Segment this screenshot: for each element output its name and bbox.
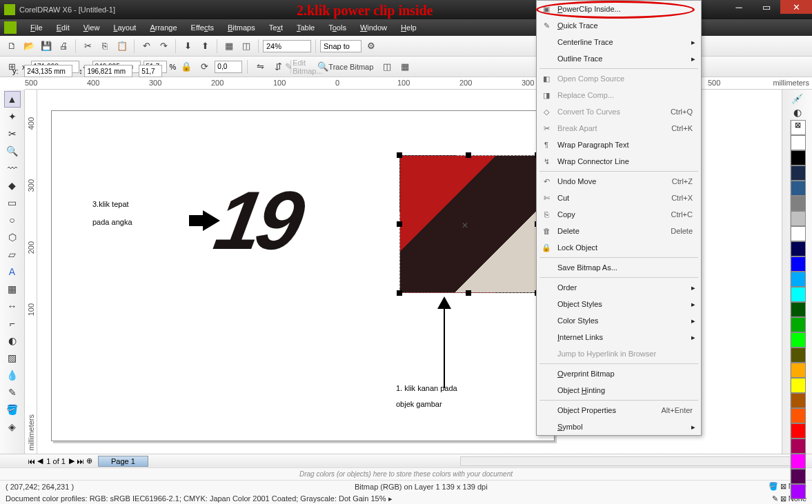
import-icon[interactable]: ⬇ <box>180 39 195 54</box>
color-swatch[interactable] <box>791 196 806 211</box>
ctx-undo-move[interactable]: ↶Undo MoveCtrl+Z <box>537 173 701 190</box>
color-swatch[interactable] <box>791 454 806 469</box>
color-swatch[interactable] <box>791 423 806 439</box>
color-swatch[interactable] <box>791 347 806 363</box>
color-swatch[interactable] <box>791 302 806 317</box>
snapto-dropdown[interactable] <box>320 40 362 52</box>
ctx-color-styles[interactable]: Color Styles▸ <box>537 312 701 329</box>
new-icon[interactable]: 🗋 <box>4 39 19 54</box>
selection-handle[interactable] <box>466 290 471 296</box>
basic-shapes-icon[interactable]: ▱ <box>4 246 21 263</box>
ctx-centerline-trace[interactable]: Centerline Trace▸ <box>537 34 701 50</box>
ctx-save-bitmap-as-[interactable]: Save Bitmap As... <box>537 259 701 276</box>
first-page-icon[interactable]: ⏮ <box>28 457 35 465</box>
close-button[interactable]: ✕ <box>780 0 812 14</box>
menu-window[interactable]: Window <box>353 21 394 34</box>
eyedropper-tool-icon[interactable]: 💧 <box>4 367 21 383</box>
paste-icon[interactable]: 📋 <box>115 39 130 54</box>
selection-handle[interactable] <box>466 152 471 158</box>
color-swatch[interactable] <box>791 332 806 347</box>
color-swatch[interactable] <box>791 484 806 499</box>
selection-handle[interactable] <box>397 152 402 158</box>
pick-tool-icon[interactable]: ▲ <box>4 91 21 108</box>
copy-icon[interactable]: ⎘ <box>97 39 112 54</box>
scaley-input[interactable] <box>139 65 162 77</box>
minimize-button[interactable]: ─ <box>725 0 753 14</box>
color-swatch[interactable] <box>791 135 806 150</box>
color-swatch[interactable] <box>791 150 806 165</box>
trace-bitmap-button[interactable]: 🔍 Trace Bitmap <box>314 59 377 74</box>
maximize-button[interactable]: ▭ <box>753 0 780 14</box>
color-swatch[interactable] <box>791 439 806 454</box>
undo-icon[interactable]: ↶ <box>139 39 154 54</box>
ctx-internet-links[interactable]: Internet Links▸ <box>537 329 701 345</box>
crop-icon[interactable]: ◫ <box>379 59 395 74</box>
menu-file[interactable]: File <box>23 21 50 34</box>
zoom-input[interactable] <box>263 40 311 52</box>
last-page-icon[interactable]: ⏭ <box>77 457 84 465</box>
ctx-symbol[interactable]: Symbol▸ <box>537 419 701 435</box>
selection-handle[interactable] <box>397 290 402 296</box>
app-launcher-icon[interactable]: ▦ <box>221 39 237 54</box>
next-page-icon[interactable]: ▶ <box>69 456 75 465</box>
color-swatch[interactable] <box>791 363 806 378</box>
polygon-tool-icon[interactable]: ⬡ <box>4 229 21 245</box>
table-tool-icon[interactable]: ▦ <box>4 281 21 297</box>
cut-icon[interactable]: ✂ <box>80 39 95 54</box>
menu-arrange[interactable]: Arrange <box>143 21 184 34</box>
h-scrollbar[interactable] <box>460 456 791 466</box>
ctx-cut[interactable]: ✄CutCtrl+X <box>537 190 701 206</box>
color-swatch[interactable] <box>791 317 806 332</box>
color-swatch[interactable] <box>791 165 806 181</box>
ctx-powerclip-inside-[interactable]: ▣PowerClip Inside... <box>537 1 701 17</box>
rectangle-tool-icon[interactable]: ▭ <box>4 194 21 211</box>
menu-effects[interactable]: Effects <box>184 21 221 34</box>
color-swatch[interactable] <box>791 181 806 196</box>
color-docker-icon[interactable]: ◐ <box>789 106 806 119</box>
zoom-tool-icon[interactable]: 🔍 <box>4 143 21 159</box>
menu-bitmaps[interactable]: Bitmaps <box>221 21 262 34</box>
transparency-tool-icon[interactable]: ▨ <box>4 350 21 366</box>
welcome-icon[interactable]: ◫ <box>239 39 254 54</box>
menu-tools[interactable]: Tools <box>321 21 353 34</box>
freehand-tool-icon[interactable]: 〰 <box>4 160 21 177</box>
shape-tool-icon[interactable]: ✦ <box>4 108 21 125</box>
smart-fill-icon[interactable]: ◆ <box>4 177 21 194</box>
ctx-delete[interactable]: 🗑DeleteDelete <box>537 223 701 239</box>
rotation-input[interactable] <box>215 61 242 73</box>
color-swatch[interactable] <box>791 211 806 226</box>
ctx-quick-trace[interactable]: ✎Quick Trace <box>537 17 701 34</box>
menu-layout[interactable]: Layout <box>106 21 143 34</box>
export-icon[interactable]: ⬆ <box>197 39 212 54</box>
ctx-object-styles[interactable]: Object Styles▸ <box>537 296 701 312</box>
menu-help[interactable]: Help <box>394 21 424 34</box>
ctx-outline-trace[interactable]: Outline Trace▸ <box>537 50 701 67</box>
save-icon[interactable]: 💾 <box>39 39 54 54</box>
redo-icon[interactable]: ↷ <box>156 39 171 54</box>
mirror-h-icon[interactable]: ⇋ <box>252 59 268 74</box>
color-swatch[interactable] <box>791 226 806 241</box>
ctx-wrap-paragraph-text[interactable]: ¶Wrap Paragraph Text <box>537 137 701 153</box>
page-tab[interactable]: Page 1 <box>98 456 148 467</box>
color-swatch[interactable] <box>791 393 806 408</box>
ctx-object-hinting[interactable]: Object Hinting <box>537 382 701 399</box>
color-swatch[interactable] <box>791 469 806 484</box>
prev-page-icon[interactable]: ◀ <box>37 456 43 465</box>
color-swatch[interactable] <box>791 272 806 287</box>
ctx-object-properties[interactable]: Object PropertiesAlt+Enter <box>537 402 701 419</box>
dimension-tool-icon[interactable]: ↔ <box>4 298 21 314</box>
print-icon[interactable]: 🖨 <box>56 39 71 54</box>
outline-tool-icon[interactable]: ✎ <box>4 384 21 401</box>
ctx-wrap-connector-line[interactable]: ↯Wrap Connector Line <box>537 153 701 170</box>
interactive-fill-icon[interactable]: ◈ <box>4 419 21 435</box>
selection-handle[interactable] <box>397 221 402 227</box>
number-19-object[interactable]: 19 <box>208 172 306 268</box>
resample-icon[interactable]: ▦ <box>397 59 413 74</box>
ctx-lock-object[interactable]: 🔒Lock Object <box>537 239 701 256</box>
eyedropper-docker-icon[interactable]: 💉 <box>789 92 806 105</box>
bitmap-object[interactable] <box>399 155 537 293</box>
crop-tool-icon[interactable]: ✂ <box>4 125 21 142</box>
ellipse-tool-icon[interactable]: ○ <box>4 212 21 228</box>
ctx-order[interactable]: Order▸ <box>537 279 701 296</box>
menu-text[interactable]: Text <box>262 21 290 34</box>
